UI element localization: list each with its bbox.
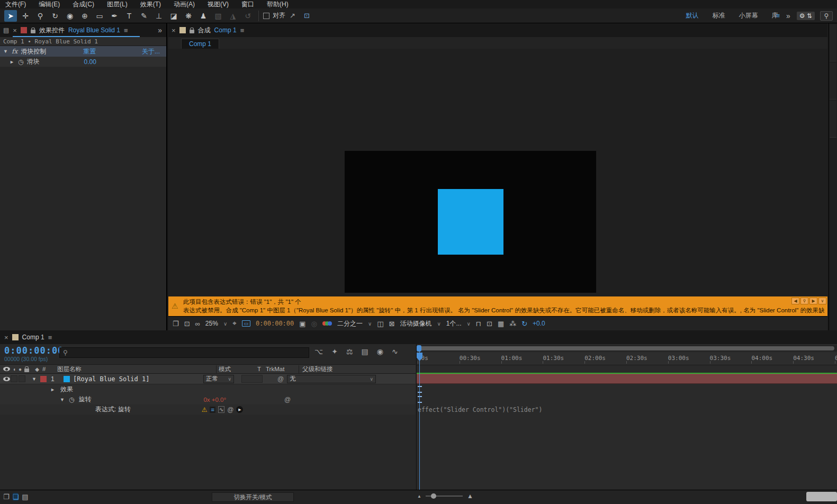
pan-behind-tool[interactable]: ⊕ [78,10,91,22]
close-tab-icon[interactable]: × [4,334,8,341]
frame-blending-icon[interactable]: ▤ [361,347,368,356]
layer-name-column[interactable]: 图层名称 [57,365,216,373]
layer-expander[interactable]: ▼ [32,376,40,382]
view-layout-dropdown[interactable]: 1个... ∨ [446,319,471,328]
expand-layer-switches-icon[interactable]: ❐ [3,493,10,501]
panel-menu-icon[interactable]: ≡ [124,26,128,34]
expression-language-menu-icon[interactable]: ▶ [236,406,243,413]
exposure-value[interactable]: +0.0 [533,320,545,327]
expression-code[interactable]: effect("Slider Control")("Slider") [418,406,542,413]
zoom-slider-thumb[interactable] [431,493,436,499]
track-camera-tool[interactable]: ◉ [64,10,76,22]
mini-flowchart-icon[interactable]: ⌥ [314,347,323,356]
type-tool[interactable]: T [123,10,136,22]
workspace-standard[interactable]: 标准 [712,11,725,20]
show-snapshot-icon[interactable]: ◎ [311,320,317,328]
t-column[interactable]: T [257,366,266,372]
layer-visibility-toggle[interactable] [3,377,10,381]
effect-row-slider-control[interactable]: ▼ fx 滑块控制 重置 关于... [0,46,166,57]
show-channel-icon[interactable] [322,321,332,326]
slider-value[interactable]: 0.00 [84,58,96,66]
panel-list-icon[interactable]: ▤ [3,26,9,34]
solo-toggle-well[interactable] [19,375,25,382]
audio-toggle-well[interactable] [11,375,17,382]
effect-controls-tab[interactable]: 效果控件 [39,26,65,35]
menu-item-0[interactable]: 文件(F) [5,0,26,9]
trkmat-dropdown[interactable] [241,375,263,383]
brush-tool[interactable]: ✎ [138,10,150,22]
snapshot-icon[interactable]: ▣ [299,320,305,328]
parent-pickwhip-icon[interactable]: @ [277,375,284,383]
locate-error-button[interactable]: ⚲ [800,298,808,304]
zoom-tool[interactable]: ⚲ [34,10,47,22]
lock-icon[interactable] [31,30,35,33]
effects-group-row[interactable]: ► 效果 [0,384,416,394]
parent-dropdown[interactable]: 无 ∨ [287,375,376,383]
layer-label-swatch[interactable] [40,376,47,382]
always-preview-icon[interactable]: ❐ [173,320,179,328]
composition-tab[interactable]: 合成 [198,26,211,35]
menu-item-5[interactable]: 动画(A) [174,0,195,9]
workspace-gear-icon[interactable]: ⚙ ⇅ [797,12,815,20]
brushes-panel-toggle[interactable]: ▧ [212,10,224,22]
pan-bar-handle[interactable] [417,345,421,352]
paint-panel-toggle[interactable]: ◮ [227,10,239,22]
reset-exposure-icon[interactable]: ↻ [521,320,527,328]
playhead-line[interactable] [419,352,420,490]
puppet-pin-tool[interactable]: ♟ [197,10,210,22]
panel-menu-icon[interactable]: ≡ [240,26,245,34]
next-error-button[interactable]: ▶ [809,298,817,304]
royal-blue-solid[interactable] [438,189,503,255]
zoom-slider-track[interactable] [426,496,463,497]
rotation-pickwhip-icon[interactable]: @ [284,396,291,403]
timeline-search-field[interactable]: ⚲ [59,347,309,358]
motion-blur-icon[interactable]: ◉ [377,347,383,356]
expression-pickwhip-icon[interactable]: @ [227,406,233,413]
snap-checkbox[interactable] [263,13,269,19]
menu-item-8[interactable]: 帮助(H) [267,0,289,9]
region-of-interest-icon[interactable]: ⌖ [232,319,236,328]
expand-triangle-icon[interactable]: ► [10,59,15,65]
expand-inout-panes-icon[interactable]: ▤ [22,493,28,501]
menu-item-3[interactable]: 图层(L) [107,0,128,9]
zoom-in-icon[interactable]: ▲ [467,492,473,500]
eraser-tool[interactable]: ◪ [167,10,180,22]
close-tab-icon[interactable]: × [172,26,176,34]
timeline-pan-bar[interactable] [420,346,834,350]
current-time-display[interactable]: 0:00:00:00 [4,345,64,356]
camera-dropdown[interactable]: 活动摄像机 ∨ [400,319,440,328]
toggle-switches-modes-button[interactable]: 切换开关/模式 [212,492,294,502]
tracker-panel-toggle[interactable]: ↺ [241,10,254,22]
expand-transfer-controls-icon[interactable]: ❏ [13,493,19,501]
zoom-out-icon[interactable]: ▲ [417,494,421,499]
transparency-grid-icon[interactable]: ⊠ [389,320,395,328]
property-row-slider[interactable]: ► ◷ 滑块 0.00 [0,57,166,67]
preview-timecode[interactable]: 0:00:00:00 [256,320,294,327]
mode-column[interactable]: 模式 [216,365,257,373]
clone-stamp-tool[interactable]: ⊥ [152,10,165,22]
hand-tool[interactable]: ✛ [19,10,32,22]
collapsed-panel-strip[interactable] [829,23,837,330]
expression-enable-icon[interactable]: = [210,407,215,413]
primary-viewer-icon[interactable]: ⊡ [184,320,190,328]
rotation-stopwatch-icon[interactable]: ◷ [69,396,74,403]
timeline-tab[interactable]: Comp 1 [22,334,44,341]
magnification-dropdown[interactable]: 25% ∨ [205,320,227,327]
pen-tool[interactable]: ✒ [108,10,121,22]
resolution-dropdown[interactable]: 二分之一 ∨ [337,319,372,328]
lock-icon[interactable] [190,30,194,33]
view-options-icon[interactable]: ⊡ [487,320,492,328]
parent-column[interactable]: 父级和链接 [299,365,416,373]
selection-tool[interactable]: ➤ [4,10,17,22]
horizontal-scrollbar-thumb[interactable] [806,492,837,501]
fast-preview-icon[interactable]: ◫ [377,320,383,328]
menu-item-2[interactable]: 合成(C) [73,0,94,9]
layer-name[interactable]: [Royal Blue Solid 1] [73,375,203,383]
menu-item-7[interactable]: 窗口 [241,0,254,9]
workspace-overflow-icon[interactable]: » [786,12,790,20]
panel-overflow-icon[interactable]: » [158,26,162,34]
expression-graph-icon[interactable]: ∿ [218,406,224,413]
menu-item-6[interactable]: 视图(V) [208,0,229,9]
orbit-camera-tool[interactable]: ↻ [49,10,61,22]
view-tab-comp1[interactable]: Comp 1 [181,39,219,49]
